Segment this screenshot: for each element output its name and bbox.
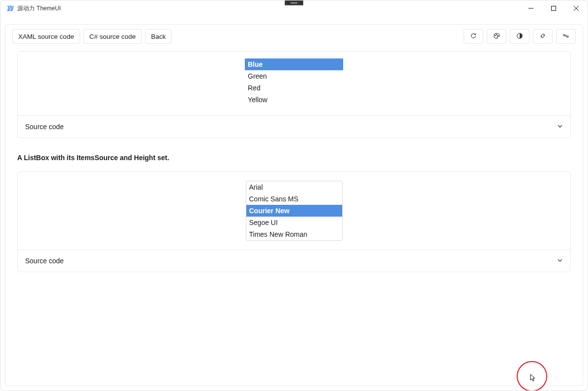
debug-menu-chip[interactable] xyxy=(285,0,303,5)
list-item[interactable]: Green xyxy=(245,70,343,82)
source-code-expander-2[interactable]: Source code xyxy=(18,250,570,272)
refresh-button[interactable] xyxy=(464,29,483,44)
svg-point-4 xyxy=(495,35,496,35)
chain-button[interactable] xyxy=(556,29,576,44)
source-code-expander-1[interactable]: Source code xyxy=(18,115,570,138)
refresh-icon xyxy=(470,32,477,41)
window-controls xyxy=(520,0,588,16)
list-item[interactable]: Times New Roman xyxy=(246,228,342,240)
theme-toggle-button[interactable] xyxy=(510,29,529,44)
csharp-source-button[interactable]: C# source code xyxy=(84,29,142,44)
svg-point-6 xyxy=(498,35,498,35)
back-button[interactable]: Back xyxy=(145,29,172,44)
list-item[interactable]: Yellow xyxy=(245,94,343,106)
link-button[interactable] xyxy=(533,29,553,44)
list-item[interactable]: Blue xyxy=(245,58,343,70)
list-item[interactable]: Arial xyxy=(246,181,342,193)
contrast-icon xyxy=(516,32,523,41)
toolbar-right-group xyxy=(464,29,576,44)
svg-rect-1 xyxy=(552,6,556,11)
close-button[interactable] xyxy=(565,0,588,16)
expander-label: Source code xyxy=(25,123,64,131)
section-heading-2: A ListBox with its ItemsSource and Heigh… xyxy=(17,154,571,162)
app-title: 源动力 ThemeUI xyxy=(17,4,61,13)
page-body: BlueGreenRedYellow Source code A ListBox… xyxy=(5,48,583,291)
palette-button[interactable] xyxy=(487,29,506,44)
chain-icon xyxy=(562,32,569,41)
card1-content: BlueGreenRedYellow xyxy=(18,52,570,115)
chevron-down-icon xyxy=(557,257,563,265)
cursor-highlight xyxy=(517,361,547,391)
maximize-button[interactable] xyxy=(542,0,565,16)
palette-icon xyxy=(493,32,500,41)
svg-rect-9 xyxy=(567,36,569,37)
minimize-button[interactable] xyxy=(520,0,542,16)
expander-label: Source code xyxy=(25,257,64,265)
page-toolbar: XAML source code C# source code Back xyxy=(5,25,583,48)
list-item[interactable]: Courier New xyxy=(246,205,342,217)
svg-point-5 xyxy=(496,34,497,34)
app-logo-icon xyxy=(6,4,14,12)
content-frame: XAML source code C# source code Back xyxy=(5,24,583,386)
link-icon xyxy=(539,32,546,41)
xaml-source-button[interactable]: XAML source code xyxy=(12,29,80,44)
titlebar: 源动力 ThemeUI xyxy=(0,0,588,16)
list-item[interactable]: Red xyxy=(245,82,343,94)
colors-listbox[interactable]: BlueGreenRedYellow xyxy=(245,58,343,108)
example-card-1: BlueGreenRedYellow Source code xyxy=(17,51,571,138)
list-item[interactable]: Segoe UI xyxy=(246,217,342,228)
chevron-down-icon xyxy=(557,123,563,131)
list-item[interactable]: Comic Sans MS xyxy=(246,193,342,205)
card2-content: ArialComic Sans MSCourier NewSegoe UITim… xyxy=(18,172,570,250)
example-card-2: ArialComic Sans MSCourier NewSegoe UITim… xyxy=(17,171,571,272)
fonts-listbox[interactable]: ArialComic Sans MSCourier NewSegoe UITim… xyxy=(246,181,343,241)
svg-rect-8 xyxy=(563,34,565,36)
